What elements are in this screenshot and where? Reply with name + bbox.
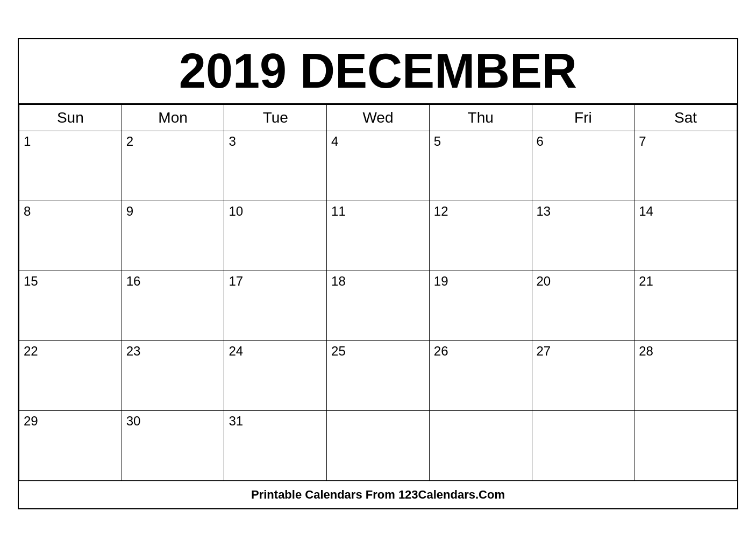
day-number: 26 xyxy=(434,344,527,359)
calendar-day-cell xyxy=(634,410,737,480)
calendar-day-cell: 16 xyxy=(122,271,224,340)
calendar-day-cell: 12 xyxy=(429,201,532,271)
calendar-day-cell: 10 xyxy=(224,201,327,271)
calendar-day-cell: 25 xyxy=(327,340,430,410)
calendar-day-cell: 13 xyxy=(532,201,634,271)
calendar-day-cell: 26 xyxy=(429,340,532,410)
day-number: 19 xyxy=(434,274,527,289)
day-number: 7 xyxy=(639,134,732,149)
day-number: 30 xyxy=(126,414,220,429)
day-number: 15 xyxy=(24,274,117,289)
calendar-day-cell: 9 xyxy=(122,201,224,271)
calendar-day-cell: 2 xyxy=(122,131,224,201)
day-number: 16 xyxy=(126,274,220,289)
day-number: 17 xyxy=(229,274,322,289)
calendar-title: 2019 DECEMBER xyxy=(19,39,737,104)
calendar-week-row: 293031 xyxy=(19,410,737,480)
weekday-header-wed: Wed xyxy=(327,104,430,131)
calendar-day-cell: 1 xyxy=(19,131,122,201)
day-number: 22 xyxy=(24,344,117,359)
calendar-body: 1234567891011121314151617181920212223242… xyxy=(19,131,737,480)
calendar-day-cell: 6 xyxy=(532,131,634,201)
calendar-day-cell: 27 xyxy=(532,340,634,410)
calendar: 2019 DECEMBER SunMonTueWedThuFriSat 1234… xyxy=(18,38,738,509)
day-number: 25 xyxy=(331,344,425,359)
day-number: 4 xyxy=(331,134,425,149)
day-number: 3 xyxy=(229,134,322,149)
day-number: 28 xyxy=(639,344,732,359)
day-number: 23 xyxy=(126,344,220,359)
calendar-day-cell: 24 xyxy=(224,340,327,410)
day-number: 1 xyxy=(24,134,117,149)
day-number: 12 xyxy=(434,204,527,219)
day-number: 18 xyxy=(331,274,425,289)
day-number: 24 xyxy=(229,344,322,359)
weekday-header-fri: Fri xyxy=(532,104,634,131)
day-number: 10 xyxy=(229,204,322,219)
calendar-week-row: 22232425262728 xyxy=(19,340,737,410)
day-number: 20 xyxy=(537,274,630,289)
calendar-day-cell: 14 xyxy=(634,201,737,271)
day-number: 31 xyxy=(229,414,322,429)
day-number: 21 xyxy=(639,274,732,289)
calendar-day-cell xyxy=(429,410,532,480)
day-number: 13 xyxy=(537,204,630,219)
calendar-week-row: 15161718192021 xyxy=(19,271,737,340)
day-number: 5 xyxy=(434,134,527,149)
calendar-day-cell xyxy=(532,410,634,480)
calendar-day-cell: 17 xyxy=(224,271,327,340)
calendar-day-cell: 19 xyxy=(429,271,532,340)
calendar-day-cell: 15 xyxy=(19,271,122,340)
footer-brand: 123Calendars.Com xyxy=(398,488,505,501)
calendar-day-cell: 18 xyxy=(327,271,430,340)
weekday-header-thu: Thu xyxy=(429,104,532,131)
calendar-day-cell: 29 xyxy=(19,410,122,480)
calendar-footer: Printable Calendars From 123Calendars.Co… xyxy=(19,481,737,508)
calendar-day-cell: 7 xyxy=(634,131,737,201)
calendar-day-cell: 31 xyxy=(224,410,327,480)
calendar-day-cell: 8 xyxy=(19,201,122,271)
day-number: 2 xyxy=(126,134,220,149)
calendar-day-cell: 4 xyxy=(327,131,430,201)
calendar-week-row: 1234567 xyxy=(19,131,737,201)
calendar-day-cell: 3 xyxy=(224,131,327,201)
day-number: 11 xyxy=(331,204,425,219)
weekday-header-sun: Sun xyxy=(19,104,122,131)
day-number: 6 xyxy=(537,134,630,149)
calendar-week-row: 891011121314 xyxy=(19,201,737,271)
calendar-day-cell: 21 xyxy=(634,271,737,340)
weekday-header-tue: Tue xyxy=(224,104,327,131)
calendar-day-cell: 28 xyxy=(634,340,737,410)
calendar-day-cell xyxy=(327,410,430,480)
weekday-header-row: SunMonTueWedThuFriSat xyxy=(19,104,737,131)
footer-text: Printable Calendars From xyxy=(251,488,398,501)
calendar-day-cell: 11 xyxy=(327,201,430,271)
weekday-header-sat: Sat xyxy=(634,104,737,131)
calendar-day-cell: 22 xyxy=(19,340,122,410)
calendar-grid: SunMonTueWedThuFriSat 123456789101112131… xyxy=(19,104,737,481)
day-number: 29 xyxy=(24,414,117,429)
day-number: 8 xyxy=(24,204,117,219)
day-number: 27 xyxy=(537,344,630,359)
day-number: 14 xyxy=(639,204,732,219)
calendar-day-cell: 30 xyxy=(122,410,224,480)
weekday-header-mon: Mon xyxy=(122,104,224,131)
calendar-container: 2019 DECEMBER SunMonTueWedThuFriSat 1234… xyxy=(18,27,738,520)
calendar-day-cell: 23 xyxy=(122,340,224,410)
calendar-day-cell: 20 xyxy=(532,271,634,340)
day-number: 9 xyxy=(126,204,220,219)
calendar-day-cell: 5 xyxy=(429,131,532,201)
